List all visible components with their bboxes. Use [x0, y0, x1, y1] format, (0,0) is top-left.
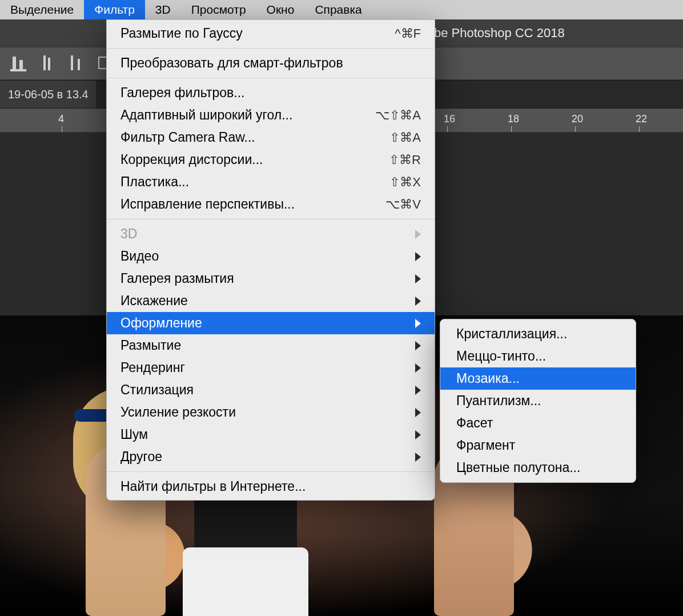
- submenu-arrow-icon: [415, 430, 421, 439]
- menu-item-label: Преобразовать для смарт-фильтров: [120, 55, 343, 71]
- align-top-icon[interactable]: [67, 55, 83, 71]
- menu-item-distort[interactable]: Искажение: [107, 290, 435, 312]
- menu-help[interactable]: Справка: [304, 0, 372, 19]
- menu-item-camera-raw[interactable]: Фильтр Camera Raw... ⇧⌘A: [107, 126, 435, 149]
- menu-separator: [107, 78, 435, 78]
- menu-item-label: Рендеринг: [120, 360, 185, 375]
- ruler-tick: 18: [508, 113, 519, 125]
- menu-item-label: Оформление: [120, 315, 202, 331]
- menu-item-filter-gallery[interactable]: Галерея фильтров...: [107, 82, 435, 104]
- menu-item-label: Размытие: [120, 338, 181, 353]
- pixelate-submenu: Кристаллизация... Меццо-тинто... Мозаика…: [440, 319, 636, 483]
- submenu-arrow-icon: [415, 319, 421, 328]
- menu-item-vanishing-point[interactable]: Исправление перспективы... ⌥⌘V: [107, 193, 435, 215]
- menu-item-video[interactable]: Видео: [107, 245, 435, 267]
- ruler-tick: 16: [444, 113, 455, 125]
- figure-shirt: [183, 547, 308, 616]
- submenu-item-facet[interactable]: Фасет: [440, 412, 636, 434]
- menu-item-label: Искажение: [120, 293, 188, 309]
- menu-item-shortcut: ^⌘F: [395, 26, 421, 41]
- menu-item-label: Шум: [120, 427, 148, 442]
- menu-item-label: Найти фильтры в Интернете...: [120, 479, 306, 494]
- menu-item-pixelate[interactable]: Оформление: [107, 312, 435, 334]
- menu-item-label: Усиление резкости: [120, 405, 236, 420]
- menu-item-label: Галерея фильтров...: [120, 85, 244, 101]
- menu-item-label: Фильтр Camera Raw...: [120, 130, 255, 145]
- menubar: Выделение Фильтр 3D Просмотр Окно Справк…: [0, 0, 683, 19]
- submenu-item-mosaic[interactable]: Мозаика...: [440, 367, 636, 390]
- document-tab-label: 19-06-05 в 13.4: [8, 88, 89, 101]
- submenu-item-color-halftone[interactable]: Цветные полутона...: [440, 457, 636, 479]
- submenu-arrow-icon: [415, 274, 421, 283]
- menu-item-shortcut: ⇧⌘A: [389, 130, 421, 145]
- submenu-arrow-icon: [415, 341, 421, 350]
- menu-item-label: Пластика...: [120, 174, 189, 190]
- menu-item-liquify[interactable]: Пластика... ⇧⌘X: [107, 171, 435, 193]
- submenu-arrow-icon: [415, 297, 421, 306]
- menu-item-label: Исправление перспективы...: [120, 197, 295, 212]
- ruler-tick: 22: [636, 113, 647, 125]
- menu-item-blur-gallery[interactable]: Галерея размытия: [107, 267, 435, 290]
- submenu-item-mezzotint[interactable]: Меццо-тинто...: [440, 345, 636, 367]
- menu-item-label: Видео: [120, 249, 159, 264]
- align-bottom-icon[interactable]: [10, 55, 26, 71]
- menu-separator: [107, 48, 435, 49]
- submenu-arrow-icon: [415, 453, 421, 462]
- submenu-arrow-icon: [415, 386, 421, 395]
- menu-view[interactable]: Просмотр: [181, 0, 256, 19]
- menu-filter[interactable]: Фильтр: [84, 0, 145, 19]
- menu-item-lens-correction[interactable]: Коррекция дисторсии... ⇧⌘R: [107, 149, 435, 171]
- menu-item-other[interactable]: Другое: [107, 446, 435, 468]
- menu-item-shortcut: ⇧⌘R: [389, 153, 421, 167]
- menu-item-adaptive-wide-angle[interactable]: Адаптивный широкий угол... ⌥⇧⌘A: [107, 104, 435, 126]
- menu-item-find-filters-online[interactable]: Найти фильтры в Интернете...: [107, 475, 435, 498]
- menu-select[interactable]: Выделение: [0, 0, 84, 19]
- menu-item-blur[interactable]: Размытие: [107, 334, 435, 357]
- submenu-item-crystallize[interactable]: Кристаллизация...: [440, 323, 636, 345]
- menu-separator: [107, 471, 435, 472]
- menu-item-noise[interactable]: Шум: [107, 423, 435, 446]
- submenu-item-fragment[interactable]: Фрагмент: [440, 434, 636, 457]
- submenu-arrow-icon: [415, 363, 421, 373]
- submenu-arrow-icon: [415, 408, 421, 417]
- menu-item-shortcut: ⌥⌘V: [385, 197, 421, 212]
- ruler-tick: 20: [572, 113, 583, 125]
- filter-menu-dropdown: Размытие по Гауссу ^⌘F Преобразовать для…: [106, 19, 435, 501]
- app-title-fragment: be Photoshop CC 2018: [434, 26, 565, 41]
- menu-item-sharpen[interactable]: Усиление резкости: [107, 401, 435, 423]
- menu-separator: [107, 219, 435, 219]
- menu-item-convert-smart[interactable]: Преобразовать для смарт-фильтров: [107, 52, 435, 74]
- menu-item-3d: 3D: [107, 223, 435, 245]
- menu-3d[interactable]: 3D: [145, 0, 181, 19]
- menu-item-gaussian-blur[interactable]: Размытие по Гауссу ^⌘F: [107, 22, 435, 45]
- menu-item-label: Размытие по Гауссу: [120, 26, 243, 41]
- menu-item-label: Стилизация: [120, 382, 194, 398]
- document-tab[interactable]: 19-06-05 в 13.4: [0, 81, 97, 108]
- submenu-arrow-icon: [415, 230, 421, 239]
- align-vcenter-icon[interactable]: [39, 55, 55, 71]
- menu-window[interactable]: Окно: [256, 0, 305, 19]
- menu-item-label: Галерея размытия: [120, 271, 234, 286]
- menu-item-shortcut: ⌥⇧⌘A: [375, 108, 421, 123]
- figure-collar: [228, 525, 263, 547]
- menu-item-label: Коррекция дисторсии...: [120, 152, 263, 167]
- menu-item-render[interactable]: Рендеринг: [107, 357, 435, 379]
- submenu-arrow-icon: [415, 252, 421, 261]
- submenu-item-pointillize[interactable]: Пуантилизм...: [440, 390, 636, 412]
- menu-item-shortcut: ⇧⌘X: [389, 175, 421, 190]
- ruler-tick: 4: [58, 113, 64, 125]
- menu-item-label: Адаптивный широкий угол...: [120, 107, 292, 123]
- menu-item-stylize[interactable]: Стилизация: [107, 379, 435, 401]
- menu-item-label: 3D: [120, 226, 137, 242]
- menu-item-label: Другое: [120, 449, 162, 465]
